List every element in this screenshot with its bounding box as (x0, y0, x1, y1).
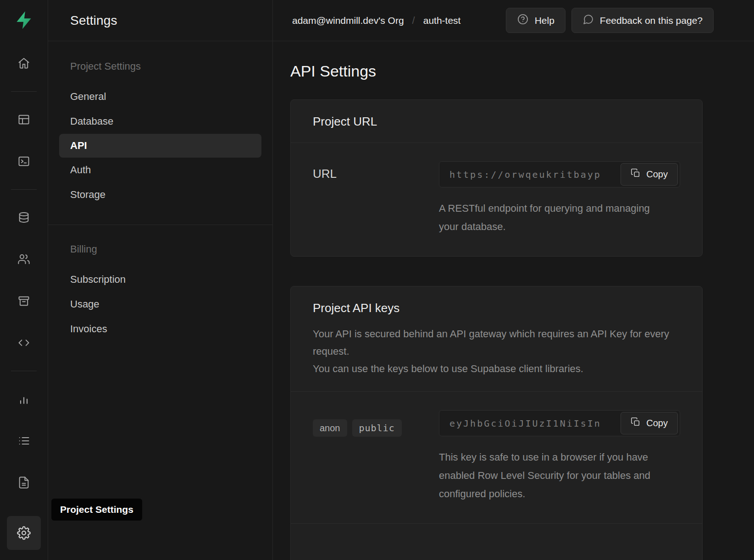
project-url-card: Project URL URL https://orwqeukritbayp C… (290, 99, 703, 257)
nav-docs[interactable] (9, 468, 39, 497)
nav-section-billing: Billing (48, 243, 272, 255)
sidebar-item-invoices[interactable]: Invoices (48, 317, 272, 341)
nav-authentication[interactable] (9, 245, 39, 274)
anon-key-input-wrap: eyJhbGciOiJIUzI1NiIsIn Copy (439, 410, 680, 436)
nav-sql-editor[interactable] (9, 147, 39, 176)
anon-badge: anon (313, 419, 347, 437)
copy-url-label: Copy (646, 169, 668, 180)
copy-url-button[interactable]: Copy (621, 163, 678, 186)
sidebar-item-general[interactable]: General (48, 84, 272, 109)
feedback-button-label: Feedback on this page? (600, 15, 703, 26)
url-field-input-col: https://orwqeukritbayp Copy A RESTful en… (439, 161, 680, 236)
table-editor-icon (17, 113, 30, 126)
sidebar-item-subscription[interactable]: Subscription (48, 267, 272, 292)
url-input-wrap: https://orwqeukritbayp Copy (439, 161, 680, 187)
speech-bubble-icon (582, 14, 594, 27)
api-keys-card-title: Project API keys (313, 301, 680, 315)
url-field-row: URL https://orwqeukritbayp Copy A REST (291, 143, 702, 256)
api-keys-description-line2: You can use the keys below to use Supaba… (313, 360, 680, 378)
rail-divider (11, 189, 37, 190)
help-button-label: Help (535, 15, 554, 26)
copy-anon-key-button[interactable]: Copy (621, 412, 678, 434)
topbar: adam@windmill.dev's Org / auth-test Help… (273, 0, 754, 41)
anon-key-badges: anon public (313, 416, 439, 437)
list-icon (17, 434, 30, 447)
users-icon (17, 253, 30, 266)
terminal-icon (17, 155, 30, 168)
sidebar-item-auth[interactable]: Auth (48, 158, 272, 182)
nav-table-editor[interactable] (9, 105, 39, 134)
primary-sidebar (0, 0, 48, 560)
sidebar-item-storage[interactable]: Storage (48, 182, 272, 207)
settings-nav: Project Settings General Database API Au… (48, 41, 272, 341)
card-filler (291, 524, 702, 560)
nav-divider (48, 225, 272, 225)
anon-key-label-col: anon public (313, 410, 439, 503)
copy-icon (631, 417, 641, 429)
rail-divider (11, 91, 37, 92)
archive-icon (17, 295, 30, 307)
api-keys-card-header: Project API keys Your API is secured beh… (291, 286, 702, 392)
anon-key-description: This key is safe to use in a browser if … (439, 448, 671, 503)
nav-project-settings[interactable] (7, 516, 41, 550)
project-url-card-header: Project URL (291, 100, 702, 143)
breadcrumb-project[interactable]: auth-test (423, 15, 461, 26)
api-keys-card: Project API keys Your API is secured beh… (290, 286, 703, 560)
breadcrumb: adam@windmill.dev's Org / auth-test (292, 15, 460, 27)
nav-home[interactable] (9, 49, 39, 78)
database-icon (17, 211, 30, 224)
help-button[interactable]: Help (506, 8, 566, 33)
home-icon (17, 57, 30, 70)
api-keys-description-line1: Your API is secured behind an API gatewa… (313, 325, 680, 360)
gear-icon (17, 526, 31, 540)
nav-database[interactable] (9, 203, 39, 232)
code-icon (17, 336, 30, 349)
settings-panel: Settings Project Settings General Databa… (48, 0, 273, 560)
nav-section-project-settings: Project Settings (48, 60, 272, 72)
anon-key-input-col: eyJhbGciOiJIUzI1NiIsIn Copy This key is … (439, 410, 680, 503)
breadcrumb-org[interactable]: adam@windmill.dev's Org (292, 15, 404, 26)
project-url-card-title: Project URL (313, 115, 680, 129)
main-column: adam@windmill.dev's Org / auth-test Help… (273, 0, 754, 560)
url-field-label: URL (313, 161, 439, 236)
bar-chart-icon (17, 393, 30, 406)
help-circle-icon (517, 13, 529, 27)
page-title: API Settings (290, 62, 703, 80)
copy-anon-key-label: Copy (646, 418, 668, 428)
public-badge: public (352, 419, 402, 437)
topbar-actions: Help Feedback on this page? (506, 8, 714, 33)
feedback-button[interactable]: Feedback on this page? (571, 8, 714, 33)
breadcrumb-separator: / (412, 15, 415, 27)
copy-icon (631, 168, 641, 181)
app-root: Settings Project Settings General Databa… (0, 0, 754, 560)
supabase-logo[interactable] (9, 7, 39, 33)
nav-storage[interactable] (9, 286, 39, 316)
file-icon (17, 476, 30, 489)
nav-reports[interactable] (9, 384, 39, 414)
url-description: A RESTful endpoint for querying and mana… (439, 199, 654, 236)
sidebar-item-api[interactable]: API (59, 134, 261, 158)
project-settings-tooltip: Project Settings (51, 499, 142, 521)
sidebar-item-usage[interactable]: Usage (48, 292, 272, 317)
nav-edge-functions[interactable] (9, 328, 39, 357)
api-settings-page: API Settings Project URL URL https://orw… (273, 41, 754, 560)
rail-divider (11, 371, 37, 371)
sidebar-item-database[interactable]: Database (48, 109, 272, 134)
api-keys-card-description: Your API is secured behind an API gatewa… (313, 325, 680, 378)
nav-logs[interactable] (9, 426, 39, 456)
supabase-logo-icon (14, 10, 34, 30)
anon-key-row: anon public eyJhbGciOiJIUzI1NiIsIn Copy (291, 392, 702, 524)
settings-panel-title: Settings (48, 0, 272, 41)
